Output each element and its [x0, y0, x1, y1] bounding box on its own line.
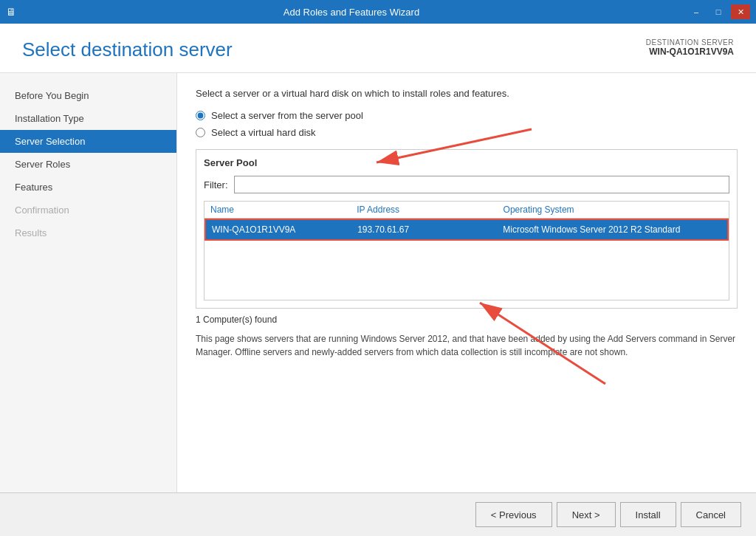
- instruction-text: Select a server or a virtual hard disk o…: [196, 88, 738, 99]
- table-row[interactable]: WIN-QA1O1R1VV9A 193.70.61.67 Microsoft W…: [205, 219, 729, 241]
- radio-group: Select a server from the server pool Sel…: [196, 110, 738, 138]
- sidebar-item-server-roles[interactable]: Server Roles: [0, 153, 176, 176]
- sidebar: Before You Begin Installation Type Serve…: [0, 73, 177, 492]
- sidebar-item-features[interactable]: Features: [0, 176, 176, 199]
- table-empty-area: [205, 241, 729, 300]
- sidebar-item-results: Results: [0, 221, 176, 244]
- sidebar-item-before-you-begin[interactable]: Before You Begin: [0, 84, 176, 107]
- titlebar-controls: – □ ✕: [687, 4, 750, 19]
- maximize-button[interactable]: □: [709, 4, 728, 19]
- radio-label-server-pool: Select a server from the server pool: [211, 110, 363, 121]
- cancel-button[interactable]: Cancel: [681, 502, 741, 527]
- previous-button[interactable]: < Previous: [475, 502, 552, 527]
- next-button[interactable]: Next >: [557, 502, 616, 527]
- minimize-button[interactable]: –: [687, 4, 706, 19]
- titlebar: 🖥 Add Roles and Features Wizard – □ ✕: [0, 0, 756, 24]
- sidebar-item-installation-type[interactable]: Installation Type: [0, 107, 176, 130]
- column-header-os[interactable]: Operating System: [504, 205, 723, 215]
- install-button[interactable]: Install: [620, 502, 676, 527]
- page-title: Select destination server: [22, 38, 233, 61]
- filter-row: Filter:: [204, 176, 729, 193]
- close-button[interactable]: ✕: [731, 4, 750, 19]
- server-table: Name IP Address Operating System WIN-QA1…: [204, 201, 729, 300]
- radio-virtual-disk[interactable]: Select a virtual hard disk: [196, 127, 738, 138]
- destination-value: WIN-QA1O1R1VV9A: [646, 47, 734, 57]
- radio-server-pool[interactable]: Select a server from the server pool: [196, 110, 738, 121]
- cell-ip: 193.70.61.67: [357, 224, 503, 235]
- count-text: 1 Computer(s) found: [196, 315, 738, 325]
- content-panel: Select a server or a virtual hard disk o…: [177, 73, 756, 492]
- header-section: Select destination server DESTINATION SE…: [0, 24, 756, 73]
- sidebar-item-confirmation: Confirmation: [0, 199, 176, 221]
- server-pool-title: Server Pool: [204, 157, 729, 168]
- cell-name: WIN-QA1O1R1VV9A: [212, 224, 357, 235]
- radio-label-virtual-disk: Select a virtual hard disk: [211, 127, 316, 138]
- filter-label: Filter:: [204, 179, 228, 190]
- column-header-name[interactable]: Name: [210, 205, 357, 215]
- column-header-ip[interactable]: IP Address: [357, 205, 503, 215]
- info-text: This page shows servers that are running…: [196, 332, 738, 359]
- radio-input-server-pool[interactable]: [196, 111, 205, 120]
- destination-label: DESTINATION SERVER: [646, 38, 734, 47]
- sidebar-item-server-selection[interactable]: Server Selection: [0, 130, 176, 153]
- destination-server: DESTINATION SERVER WIN-QA1O1R1VV9A: [646, 38, 734, 57]
- table-header: Name IP Address Operating System: [205, 202, 729, 219]
- server-pool-section: Server Pool Filter: Name IP Address Oper…: [196, 149, 738, 309]
- radio-input-virtual-disk[interactable]: [196, 128, 205, 137]
- titlebar-title: Add Roles and Features Wizard: [16, 7, 687, 18]
- titlebar-icon: 🖥: [6, 6, 16, 18]
- filter-input[interactable]: [234, 176, 730, 193]
- footer: < Previous Next > Install Cancel: [0, 492, 756, 536]
- cell-os: Microsoft Windows Server 2012 R2 Standar…: [503, 224, 721, 235]
